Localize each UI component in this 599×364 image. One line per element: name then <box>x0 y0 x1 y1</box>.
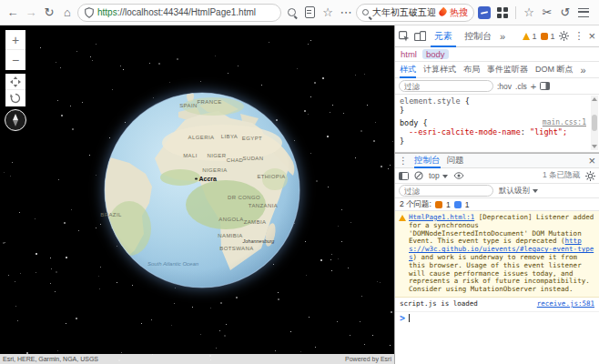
scene-view[interactable]: SPAINFRANCEALGERIALIBYAEGYPTMALINIGERCHA… <box>0 25 394 364</box>
drawer-tab-console[interactable]: 控制台 <box>414 153 441 168</box>
breadcrumb-html[interactable]: html <box>401 49 417 59</box>
search-query[interactable]: 大年初五破五迎福 <box>372 6 436 19</box>
security-shield-icon[interactable] <box>85 7 94 18</box>
star <box>120 66 121 66</box>
apps-grid-button[interactable] <box>494 4 511 22</box>
console-sidebar-toggle-button[interactable] <box>399 172 409 180</box>
apps-grid-icon <box>497 7 508 18</box>
breadcrumb-body[interactable]: body <box>422 49 449 59</box>
translate-button[interactable] <box>301 4 318 22</box>
log-text: script.js is loaded <box>400 300 478 308</box>
tab-layout[interactable]: 布局 <box>463 62 480 78</box>
console-settings-button[interactable] <box>585 171 595 181</box>
tab-dom-breakpoints[interactable]: DOM 断点 <box>535 62 574 78</box>
scroll-thumb[interactable] <box>592 115 597 131</box>
session-restore-button[interactable]: ↺ <box>557 4 574 22</box>
devtools-overflow-button[interactable]: ⋮ <box>574 30 584 42</box>
issue-info-count: 1 <box>465 200 470 209</box>
tab-styles[interactable]: 样式 <box>400 62 416 78</box>
page-zoom-button[interactable] <box>283 4 300 22</box>
menu-button[interactable] <box>575 4 592 22</box>
console-filter-input[interactable] <box>399 185 493 197</box>
devtools-settings-button[interactable] <box>559 31 569 41</box>
tab-computed[interactable]: 计算样式 <box>423 62 456 78</box>
screenshot-button[interactable]: ✂ <box>539 4 555 22</box>
star <box>364 74 365 75</box>
more-tabs-button[interactable]: » <box>500 31 505 42</box>
styles-more-tabs-button[interactable]: » <box>581 65 586 76</box>
star <box>322 77 324 79</box>
extension-button[interactable] <box>476 4 492 22</box>
zoom-out-button[interactable]: − <box>5 50 25 70</box>
device-toolbar-button[interactable] <box>414 31 426 41</box>
star <box>98 276 99 277</box>
hidden-messages-note[interactable]: 1 条已隐藏 <box>543 170 580 181</box>
chevron-down-icon <box>442 175 448 178</box>
bookmark-button[interactable]: ☆ <box>320 4 336 22</box>
gear-icon <box>585 171 595 181</box>
compass-widget[interactable] <box>5 109 26 131</box>
clear-console-button[interactable] <box>414 171 423 180</box>
tab-event-listeners[interactable]: 事件监听器 <box>487 62 528 78</box>
style-rule-element[interactable]: element.style { <box>400 96 586 106</box>
star <box>275 350 276 351</box>
devtools-close-button[interactable]: × <box>588 29 595 43</box>
style-source-link[interactable]: main.css:1 <box>543 118 586 127</box>
console-empty-area[interactable] <box>395 325 599 364</box>
reload-button[interactable]: ↻ <box>41 4 57 22</box>
toggle-hover-state-button[interactable]: :hov <box>497 82 512 91</box>
warning-source-link[interactable]: HtmlPage1.html:1 <box>409 213 474 221</box>
star <box>238 66 239 66</box>
computed-sidebar-toggle-button[interactable] <box>540 82 550 90</box>
star <box>390 345 391 346</box>
sidebar-icon <box>540 82 550 90</box>
search-box[interactable]: 大年初五破五迎福 热搜 <box>356 4 474 22</box>
warnings-indicator[interactable]: 1 <box>523 32 536 41</box>
star <box>377 281 378 282</box>
gear-icon <box>559 31 569 41</box>
more-tools-button[interactable]: ⋯ <box>338 4 354 22</box>
back-button[interactable]: ← <box>5 4 21 22</box>
issues-indicator[interactable]: 1 <box>541 32 554 41</box>
scroll-up-arrow[interactable] <box>592 97 597 101</box>
favorites-button[interactable]: ☆ <box>521 4 537 22</box>
hot-search-label[interactable]: 热搜 <box>450 6 468 19</box>
zoom-in-button[interactable]: + <box>5 30 25 50</box>
log-levels-selector[interactable]: 默认级别 <box>499 186 538 197</box>
forward-button[interactable]: → <box>23 4 39 22</box>
live-expression-button[interactable] <box>453 172 464 179</box>
context-selector[interactable]: top <box>429 171 448 180</box>
address-bar[interactable]: https ://localhost:44344/HtmlPage1.html <box>77 4 281 22</box>
drawer-close-button[interactable]: × <box>588 154 595 167</box>
issues-summary-bar[interactable]: 2 个问题: 1 1 <box>395 198 599 211</box>
new-style-rule-button[interactable]: + <box>531 81 536 92</box>
drawer-tab-issues[interactable]: 问题 <box>447 153 464 168</box>
pan-mode-button[interactable] <box>5 74 25 90</box>
rotate-mode-button[interactable] <box>5 90 25 106</box>
console-prompt[interactable]: > <box>395 312 599 325</box>
star <box>341 209 342 210</box>
tab-elements[interactable]: 元素 <box>431 25 456 47</box>
console-warning-message[interactable]: HtmlPage1.html:1 [Deprecation] Listener … <box>395 211 599 298</box>
star <box>361 296 362 297</box>
drawer-overflow-button[interactable]: ⋮ <box>399 156 408 166</box>
powered-by-esri[interactable]: Powered by Esri <box>345 356 391 362</box>
star <box>314 82 316 84</box>
css-value[interactable]: "light"; <box>530 127 567 136</box>
style-rule-body[interactable]: main.css:1 body { <box>400 118 586 127</box>
toggle-class-button[interactable]: .cls <box>515 82 527 91</box>
scroll-down-arrow[interactable] <box>592 145 597 148</box>
styles-scrollbar[interactable] <box>591 96 598 150</box>
styles-rules[interactable]: element.style { } main.css:1 body { --es… <box>395 95 599 153</box>
styles-filter-input[interactable] <box>399 80 493 92</box>
log-source-link[interactable]: receive.js:581 <box>537 300 594 308</box>
star <box>56 271 57 273</box>
star <box>15 281 15 282</box>
home-button[interactable]: ⌂ <box>59 4 76 22</box>
earth-globe[interactable] <box>102 90 302 290</box>
css-property[interactable]: --esri-calcite-mode-name <box>409 127 521 136</box>
console-log-message[interactable]: script.js is loaded receive.js:581 <box>395 298 599 312</box>
tab-console[interactable]: 控制台 <box>461 25 495 47</box>
star <box>96 228 96 228</box>
inspect-element-button[interactable] <box>399 31 410 42</box>
